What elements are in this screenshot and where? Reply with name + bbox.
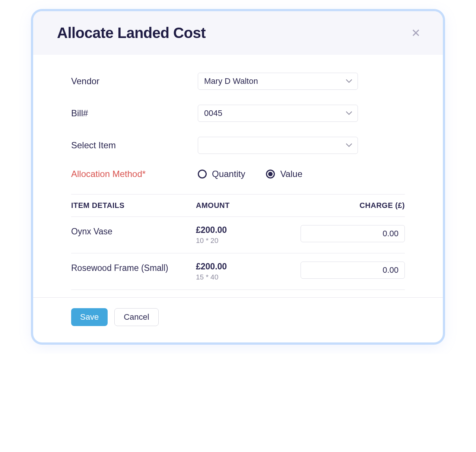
bill-row: Bill# 0045 xyxy=(71,105,405,122)
th-item-details: ITEM DETAILS xyxy=(71,201,196,210)
close-button[interactable]: ✕ xyxy=(408,25,423,41)
modal-body: Vendor Mary D Walton Bill# 0045 Select I… xyxy=(33,55,443,297)
vendor-select[interactable]: Mary D Walton xyxy=(198,73,358,90)
vendor-value: Mary D Walton xyxy=(198,73,358,90)
radio-icon xyxy=(198,170,207,178)
save-button[interactable]: Save xyxy=(71,308,108,326)
modal-header: Allocate Landed Cost ✕ xyxy=(33,11,443,55)
select-item-label: Select Item xyxy=(71,140,198,151)
radio-icon xyxy=(266,170,275,178)
bill-value: 0045 xyxy=(198,105,358,122)
charge-input[interactable] xyxy=(301,225,405,242)
charge-input[interactable] xyxy=(301,262,405,279)
vendor-label: Vendor xyxy=(71,76,198,86)
radio-quantity-label: Quantity xyxy=(212,169,245,179)
select-item-row: Select Item xyxy=(71,137,405,154)
radio-value-label: Value xyxy=(280,169,302,179)
table-row: Oynx Vase £200.00 10 * 20 xyxy=(71,217,405,253)
radio-quantity[interactable]: Quantity xyxy=(198,169,245,179)
bill-select[interactable]: 0045 xyxy=(198,105,358,122)
table-row: Rosewood Frame (Small) £200.00 15 * 40 xyxy=(71,253,405,290)
item-charge-cell xyxy=(270,262,405,279)
modal-footer: Save Cancel xyxy=(33,297,443,342)
select-item-value xyxy=(198,137,358,154)
item-calc: 10 * 20 xyxy=(196,237,270,245)
item-name: Oynx Vase xyxy=(71,225,196,237)
radio-value[interactable]: Value xyxy=(266,169,302,179)
item-amount-cell: £200.00 15 * 40 xyxy=(196,262,270,281)
item-amount: £200.00 xyxy=(196,225,270,235)
select-item-select[interactable] xyxy=(198,137,358,154)
allocation-method-row: Allocation Method* Quantity Value xyxy=(71,169,405,179)
th-charge: CHARGE (£) xyxy=(270,201,405,210)
th-amount: AMOUNT xyxy=(196,201,270,210)
items-table: ITEM DETAILS AMOUNT CHARGE (£) Oynx Vase… xyxy=(33,194,443,290)
bill-label: Bill# xyxy=(71,108,198,118)
allocate-landed-cost-modal: Allocate Landed Cost ✕ Vendor Mary D Wal… xyxy=(33,11,443,342)
table-header: ITEM DETAILS AMOUNT CHARGE (£) xyxy=(71,194,405,217)
modal-title: Allocate Landed Cost xyxy=(57,25,206,41)
item-name: Rosewood Frame (Small) xyxy=(71,262,196,273)
item-calc: 15 * 40 xyxy=(196,273,270,281)
item-amount: £200.00 xyxy=(196,262,270,272)
allocation-method-label: Allocation Method* xyxy=(71,169,198,179)
close-icon: ✕ xyxy=(411,27,421,39)
item-amount-cell: £200.00 10 * 20 xyxy=(196,225,270,245)
allocation-method-radio-group: Quantity Value xyxy=(198,169,302,179)
cancel-button[interactable]: Cancel xyxy=(114,308,158,326)
vendor-row: Vendor Mary D Walton xyxy=(71,73,405,90)
item-charge-cell xyxy=(270,225,405,242)
